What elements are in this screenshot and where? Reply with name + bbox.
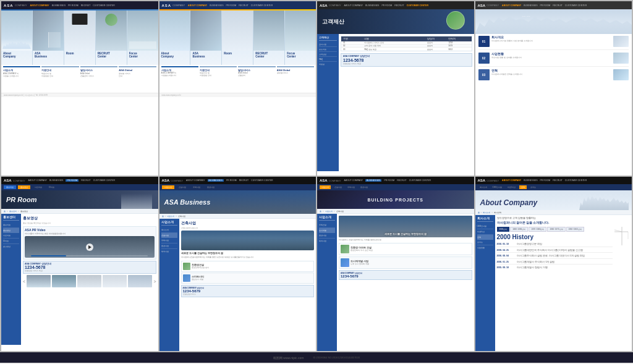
nav8-recruit[interactable]: RECRUIT: [553, 179, 563, 182]
bp-side-3[interactable]: 환경사업: [319, 233, 335, 239]
nav-item-recruit[interactable]: RECRUIT: [81, 4, 91, 7]
subnav7-3[interactable]: 주택사업: [346, 185, 357, 189]
banner-card-business: ASA Business: [33, 11, 64, 65]
nav8-cc[interactable]: CUSTOMER CENTER: [565, 179, 587, 182]
banner-card-about: About Company: [1, 11, 33, 65]
nav2-recruit[interactable]: RECRUIT: [239, 4, 249, 7]
nav-item-cc[interactable]: CUSTOMER CENTER: [93, 4, 114, 7]
nav-item-biz[interactable]: BUSINESSES: [52, 4, 66, 7]
hist-tab-2000[interactable]: 2000년대: [497, 227, 510, 232]
subnav6-1[interactable]: 사업소개: [162, 185, 174, 189]
pr-side-1[interactable]: 홍보자료: [3, 222, 19, 228]
nav5-about[interactable]: ABOUT COMPANY: [28, 179, 47, 182]
hist-tab-1980[interactable]: 1980~1990년대: [510, 227, 528, 232]
nav7-cc[interactable]: CUSTOMER CENTER: [409, 179, 431, 182]
nav8-pr[interactable]: PR ROOM: [540, 179, 551, 182]
hist-side-3[interactable]: 연혁: [477, 235, 493, 240]
next-btn[interactable]: >: [153, 279, 156, 284]
history-entry-3: 2006. 08. 04 아사그룹 주식회사 설립 완료. 아사그룹 대표이사 …: [497, 254, 613, 259]
hist-side-4[interactable]: 조직도: [477, 240, 493, 245]
nav5-biz[interactable]: BUSINESSES: [49, 179, 63, 182]
cc-sidebar-item-3[interactable]: 고객상담: [319, 52, 337, 57]
hist-side-5[interactable]: 사업현황: [477, 245, 493, 250]
nav4-biz[interactable]: BUSINESSES: [524, 4, 537, 7]
nav6-biz[interactable]: BUSINESSES: [208, 179, 224, 182]
biz-side-5[interactable]: 해외사업: [161, 249, 177, 254]
nav7-recruit[interactable]: RECRUIT: [397, 179, 407, 182]
nav4-pr[interactable]: PR ROOM: [540, 4, 551, 7]
subnav6-3[interactable]: 주택사업: [190, 185, 203, 189]
nav2-about[interactable]: ABOUT COMPANY: [188, 4, 207, 7]
watermark-id: ID:23596964 NO:20161216163144057000: [313, 356, 360, 359]
subnav5-4[interactable]: CI자료: [46, 185, 57, 189]
prev-btn[interactable]: <: [23, 279, 25, 284]
nav3-recruit[interactable]: RECRUIT: [394, 4, 404, 7]
subnav7-4[interactable]: 환경사업: [359, 185, 370, 189]
subnav6-2[interactable]: 건설사업: [176, 185, 189, 189]
subnav7-2[interactable]: 건설사업: [333, 185, 344, 189]
subnav8-1[interactable]: 회사소개: [478, 185, 489, 189]
nav4-cc[interactable]: CUSTOMER CENTER: [565, 4, 587, 7]
cc-hero-title: 고객제산: [322, 18, 344, 26]
subnav8-3[interactable]: 비전/미션: [506, 185, 517, 189]
subnav5-3[interactable]: 사진자료: [32, 185, 45, 189]
biz-hero-title: ASA Business: [164, 198, 211, 206]
nav-item-about[interactable]: ABOUT COMPANY: [30, 4, 49, 7]
bp-side-1[interactable]: 주택건설: [319, 222, 335, 228]
pr-side-5[interactable]: 광고영상: [3, 244, 19, 249]
nav-item-pr[interactable]: PR ROOM: [68, 4, 79, 7]
subnav6-4[interactable]: 환경사업: [205, 185, 217, 189]
subnav7-1[interactable]: 사업소개: [320, 185, 331, 189]
pr-side-3[interactable]: 사진자료: [3, 233, 19, 239]
pr-hero-title: PR Room: [6, 196, 37, 203]
nav3-about[interactable]: ABOUT COMPANY: [344, 4, 363, 7]
cc-sidebar-item-1[interactable]: 공지사항: [319, 42, 337, 47]
subnav5-2[interactable]: 홍보영상: [18, 185, 30, 189]
nav2-cc[interactable]: CUSTOMER CENTER: [251, 4, 273, 7]
nav7-pr[interactable]: PR ROOM: [384, 179, 394, 182]
hist-tab-1960[interactable]: 1960~1970년대: [547, 227, 565, 232]
cc-sidebar-item-4[interactable]: FAQ: [319, 57, 337, 62]
subnav8-5[interactable]: 조직도: [529, 185, 538, 189]
bp-side-4[interactable]: 해외사업: [319, 239, 335, 243]
cc-sidebar-item-5[interactable]: 자료실: [319, 62, 337, 66]
nav3-cc[interactable]: CUSTOMER CENTER: [407, 4, 428, 7]
nav5-cc[interactable]: CUSTOMER CENTER: [93, 179, 115, 182]
city-caption: 세로운 도시를 건설하는 무한창조의 꿈: [384, 232, 427, 235]
biz-side-3[interactable]: 주택사업: [161, 238, 177, 243]
nav3-pr[interactable]: PR ROOM: [381, 4, 392, 7]
nav6-cc[interactable]: CUSTOMER CENTER: [251, 179, 273, 182]
nav2-biz[interactable]: BUSINESSES: [210, 4, 223, 7]
nav4-recruit[interactable]: RECRUIT: [553, 4, 563, 7]
subnav5-1[interactable]: 홍보자료: [4, 185, 16, 189]
hist-tab-1970[interactable]: 1970~1980년대: [529, 227, 546, 232]
bp-side-2[interactable]: 도시개발: [319, 228, 335, 233]
biz-side-4[interactable]: 환경사업: [161, 243, 177, 249]
card-subtitle-recruit: Center: [98, 55, 125, 58]
nav2-pr[interactable]: PR ROOM: [226, 4, 237, 7]
subnav8-2[interactable]: CEO인사말: [491, 185, 504, 189]
nav6-recruit[interactable]: RECRUIT: [239, 179, 249, 182]
hist-tab-1950[interactable]: 1950~1960년대: [566, 227, 584, 232]
history-entry-4: 2006. 01. 25 아사그룹 계열사 주식회사 5개 설립: [497, 260, 613, 265]
pr-side-2[interactable]: 홍보영상: [3, 228, 19, 233]
section-num-3: 03: [482, 73, 486, 77]
biz-side-2[interactable]: 건설사업: [161, 233, 177, 238]
banner-card-room: Room: [64, 11, 96, 65]
cc-sidebar-item-2[interactable]: 보도자료: [319, 47, 337, 52]
hist-side-2[interactable]: 비전/미션: [477, 229, 493, 235]
nav6-pr[interactable]: PR ROOM: [226, 179, 237, 182]
nav7-biz[interactable]: BUSINESSES: [365, 179, 381, 182]
nav5-pr[interactable]: PR ROOM: [66, 179, 79, 182]
nav6-about[interactable]: ABOUT COMPANY: [186, 179, 205, 182]
pr-side-4[interactable]: CI자료: [3, 239, 19, 244]
nav3-biz[interactable]: BUSINESSES: [365, 4, 379, 7]
nav8-about[interactable]: ABOUT COMPANY: [502, 179, 521, 182]
hist-side-1[interactable]: CEO인사말: [477, 224, 493, 229]
nav8-biz[interactable]: BUSINESSES: [524, 179, 537, 182]
nav5-recruit[interactable]: RECRUIT: [81, 179, 91, 182]
nav4-about[interactable]: ABOUT COMPANY: [502, 4, 521, 7]
subnav8-4[interactable]: 연혁: [519, 185, 527, 189]
nav7-about[interactable]: ABOUT COMPANY: [344, 179, 363, 182]
biz-side-1[interactable]: 회사소개: [161, 227, 177, 233]
